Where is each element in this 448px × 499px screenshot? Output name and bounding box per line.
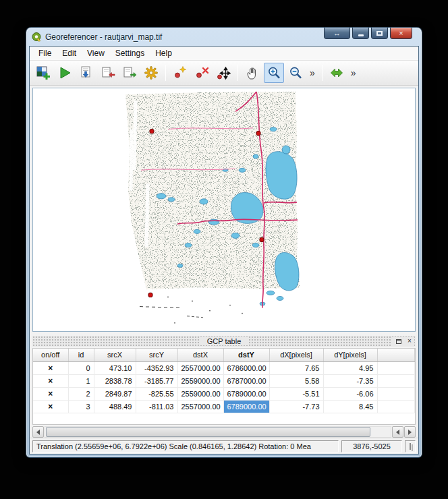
save-gcp-icon xyxy=(122,65,137,80)
col-header-id[interactable]: id xyxy=(68,349,94,361)
add-point-button[interactable] xyxy=(170,63,190,83)
cell-srcX[interactable]: 488.49 xyxy=(94,400,136,413)
gcp-enabled-checkbox[interactable]: × xyxy=(33,361,68,374)
cell-srcY[interactable]: -825.55 xyxy=(136,387,177,400)
cell-dstY[interactable]: 6787000.00 xyxy=(223,374,269,387)
cell-dstX[interactable]: 2559000.00 xyxy=(177,374,223,387)
gear-icon xyxy=(144,65,159,80)
cell-id[interactable]: 0 xyxy=(68,361,94,374)
col-header-dY[interactable]: dY[pixels] xyxy=(323,349,377,361)
col-header-dstX[interactable]: dstX xyxy=(177,349,223,361)
generate-gdal-script-button[interactable] xyxy=(76,63,96,83)
cell-dY[interactable]: -7.35 xyxy=(323,374,377,387)
cell-filler xyxy=(377,361,415,374)
scroll-left-button[interactable] xyxy=(32,426,44,438)
save-gcp-points-button[interactable] xyxy=(119,63,140,83)
zoom-out-button[interactable] xyxy=(285,63,306,83)
window-client-area: File Edit View Settings Help xyxy=(29,46,419,454)
resize-icon: ↔ xyxy=(333,30,341,37)
dock-close-button[interactable]: × xyxy=(405,337,414,346)
cell-id[interactable]: 1 xyxy=(68,374,94,387)
cell-dstX[interactable]: 2557000.00 xyxy=(177,361,223,374)
col-header-srcY[interactable]: srcY xyxy=(136,349,177,361)
col-header-dX[interactable]: dX[pixels] xyxy=(269,349,323,361)
dock-float-button[interactable] xyxy=(394,337,403,346)
cell-srcX[interactable]: 2838.78 xyxy=(94,374,136,387)
maximize-icon xyxy=(376,31,383,36)
gcp-enabled-checkbox[interactable]: × xyxy=(33,374,68,387)
window-maximize-button[interactable] xyxy=(371,28,388,39)
gcp-enabled-checkbox[interactable]: × xyxy=(33,400,68,413)
table-row-3: × 3 488.49 -811.03 2557000.00 6789000.00… xyxy=(33,400,415,413)
cursor-coordinates: 3876,-5025 xyxy=(341,440,402,452)
transformation-settings-button[interactable] xyxy=(141,63,161,83)
arrow-right-icon xyxy=(408,430,412,435)
toolbar-extension-button-2[interactable]: » xyxy=(348,67,359,78)
cell-dY[interactable]: -6.06 xyxy=(323,387,377,400)
scroll-right-button[interactable] xyxy=(404,426,416,438)
grip-icon xyxy=(410,443,411,450)
col-header-srcX[interactable]: srcX xyxy=(94,349,136,361)
menu-view[interactable]: View xyxy=(82,47,110,59)
title-bar[interactable]: Georeferencer - rautjarvi_map.tif ↔ × xyxy=(29,28,419,46)
zoom-in-icon xyxy=(267,65,281,80)
window-controls: ↔ × xyxy=(324,28,412,39)
cell-dY[interactable]: 8.45 xyxy=(323,400,377,413)
gcp-marker-3[interactable] xyxy=(148,293,152,297)
col-header-on-off[interactable]: on/off xyxy=(33,349,68,361)
map-canvas[interactable] xyxy=(32,88,416,332)
cell-dX[interactable]: 5.58 xyxy=(269,374,323,387)
status-bar: Translation (2.55659e+06, 6.7922e+06) Sc… xyxy=(30,438,418,454)
window-resize-button[interactable]: ↔ xyxy=(324,28,350,39)
cell-dX[interactable]: -5.51 xyxy=(269,387,323,400)
cell-dstY[interactable]: 6789000.00 xyxy=(223,387,269,400)
gcp-enabled-checkbox[interactable]: × xyxy=(33,387,68,400)
table-header-row: on/off id srcX srcY dstX dstY dX[pixels]… xyxy=(33,349,415,361)
delete-point-button[interactable] xyxy=(192,63,212,83)
menu-file[interactable]: File xyxy=(33,47,57,59)
scrollbar-thumb[interactable] xyxy=(46,427,370,437)
toolbar-separator xyxy=(237,65,238,81)
cell-dX[interactable]: 7.65 xyxy=(269,361,323,374)
transform-status-text: Translation (2.55659e+06, 6.7922e+06) Sc… xyxy=(36,442,311,450)
cell-id[interactable]: 2 xyxy=(68,387,94,400)
georeferencer-window: Georeferencer - rautjarvi_map.tif ↔ × Fi… xyxy=(26,28,422,457)
size-grip[interactable] xyxy=(405,440,416,452)
window-close-button[interactable]: × xyxy=(390,28,412,39)
close-icon: × xyxy=(399,30,403,37)
gcp-marker-0[interactable] xyxy=(150,129,154,134)
scroll-left-button-secondary[interactable] xyxy=(392,426,403,438)
load-gcp-points-button[interactable] xyxy=(98,63,118,83)
move-point-button[interactable] xyxy=(213,63,233,83)
scrollbar-track[interactable] xyxy=(45,426,391,438)
gcp-dock-titlebar[interactable]: GCP table × xyxy=(32,336,416,347)
window-minimize-button[interactable] xyxy=(352,28,369,39)
col-header-dstY[interactable]: dstY xyxy=(223,349,269,361)
gcp-marker-1[interactable] xyxy=(256,131,260,136)
cell-id[interactable]: 3 xyxy=(68,400,94,413)
cell-srcY[interactable]: -3185.77 xyxy=(136,374,177,387)
transform-status-panel: Translation (2.55659e+06, 6.7922e+06) Sc… xyxy=(32,440,339,452)
cell-dstY-selected[interactable]: 6789000.00 xyxy=(223,400,269,413)
histogram-stretch-button[interactable] xyxy=(327,63,347,83)
zoom-in-button[interactable] xyxy=(264,63,284,83)
open-raster-button[interactable] xyxy=(33,63,53,83)
menu-help[interactable]: Help xyxy=(150,47,177,59)
pan-button[interactable] xyxy=(242,63,262,83)
cell-dstY[interactable]: 6786000.00 xyxy=(223,361,269,374)
cell-dstX[interactable]: 2559000.00 xyxy=(177,387,223,400)
gcp-table-horizontal-scrollbar[interactable] xyxy=(32,426,416,438)
open-raster-icon xyxy=(36,65,51,80)
menu-edit[interactable]: Edit xyxy=(57,47,82,59)
cell-srcY[interactable]: -811.03 xyxy=(136,400,177,413)
cell-dX[interactable]: -7.73 xyxy=(269,400,323,413)
start-georeferencing-button[interactable] xyxy=(55,63,75,83)
cell-dstX[interactable]: 2557000.00 xyxy=(177,400,223,413)
toolbar-extension-button[interactable]: » xyxy=(307,67,318,78)
cell-srcY[interactable]: -4352.93 xyxy=(136,361,177,374)
cell-dY[interactable]: 4.95 xyxy=(323,361,377,374)
gcp-marker-2[interactable] xyxy=(260,237,264,241)
cell-srcX[interactable]: 2849.87 xyxy=(94,387,136,400)
cell-srcX[interactable]: 473.10 xyxy=(94,361,136,374)
menu-settings[interactable]: Settings xyxy=(110,47,150,59)
